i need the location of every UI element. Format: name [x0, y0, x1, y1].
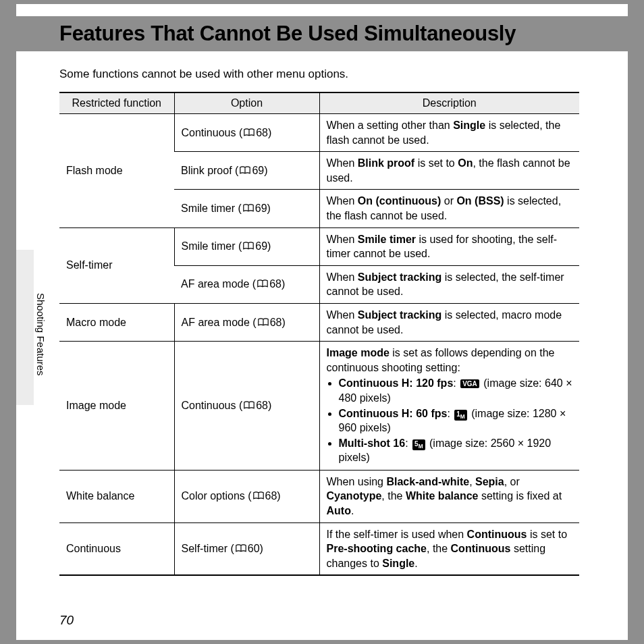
func-cell: Image mode: [59, 342, 174, 471]
desc-cell: When Blink proof is set to On, the flash…: [319, 152, 579, 190]
desc-cell: When Subject tracking is selected, the s…: [319, 265, 579, 303]
book-icon: [242, 242, 254, 251]
option-cell: Blink proof (69): [174, 152, 319, 190]
func-cell: Self-timer: [59, 227, 174, 303]
th-desc: Description: [319, 92, 579, 114]
book-icon: [257, 318, 269, 327]
desc-cell: When On (continuous) or On (BSS) is sele…: [319, 190, 579, 227]
page-title: Features That Cannot Be Used Simultaneou…: [59, 22, 628, 46]
option-cell: Smile timer (69): [174, 190, 319, 227]
table-row: White balanceColor options (68)When usin…: [59, 470, 579, 522]
func-cell: Flash mode: [59, 114, 174, 228]
th-option: Option: [174, 92, 319, 114]
th-func: Restricted function: [59, 92, 174, 114]
book-icon: [239, 166, 251, 176]
option-cell: Continuous (68): [174, 114, 319, 152]
book-icon: [252, 491, 265, 501]
table-wrap: Restricted function Option Description F…: [16, 92, 628, 576]
table-row: ContinuousSelf-timer (60)If the self-tim…: [59, 522, 579, 575]
intro-text: Some functions cannot be used with other…: [16, 51, 628, 92]
table-row: Flash modeContinuous (68)When a setting …: [59, 114, 579, 152]
table-row: Macro modeAF area mode (68)When Subject …: [59, 303, 579, 341]
desc-cell: When Smile timer is used for shooting, t…: [319, 227, 579, 265]
book-icon: [235, 544, 247, 554]
restriction-table: Restricted function Option Description F…: [59, 92, 579, 576]
func-cell: White balance: [59, 470, 174, 522]
page: Features That Cannot Be Used Simultaneou…: [16, 4, 628, 640]
desc-cell: When Subject tracking is selected, macro…: [319, 303, 579, 341]
option-cell: Smile timer (69): [174, 227, 319, 265]
desc-cell: Image mode is set as follows depending o…: [319, 342, 579, 471]
func-cell: Macro mode: [59, 303, 174, 341]
option-cell: AF area mode (68): [174, 303, 319, 341]
table-row: Self-timerSmile timer (69)When Smile tim…: [59, 227, 579, 265]
book-icon: [243, 401, 255, 410]
book-icon: [257, 279, 269, 289]
table-header-row: Restricted function Option Description: [59, 92, 579, 114]
section-tab: [16, 250, 34, 405]
title-band: Features That Cannot Be Used Simultaneou…: [16, 16, 628, 51]
desc-cell: If the self-timer is used when Continuou…: [319, 522, 579, 575]
option-cell: Self-timer (60): [174, 522, 319, 575]
desc-cell: When using Black-and-white, Sepia, or Cy…: [319, 470, 579, 522]
option-cell: AF area mode (68): [174, 265, 319, 303]
section-label: Shooting Features: [35, 293, 47, 376]
table-row: Image modeContinuous (68)Image mode is s…: [59, 342, 579, 471]
book-icon: [242, 204, 254, 213]
book-icon: [243, 128, 255, 138]
page-number: 70: [59, 613, 74, 628]
desc-cell: When a setting other than Single is sele…: [319, 114, 579, 152]
option-cell: Color options (68): [174, 470, 319, 522]
option-cell: Continuous (68): [174, 342, 319, 471]
func-cell: Continuous: [59, 522, 174, 575]
